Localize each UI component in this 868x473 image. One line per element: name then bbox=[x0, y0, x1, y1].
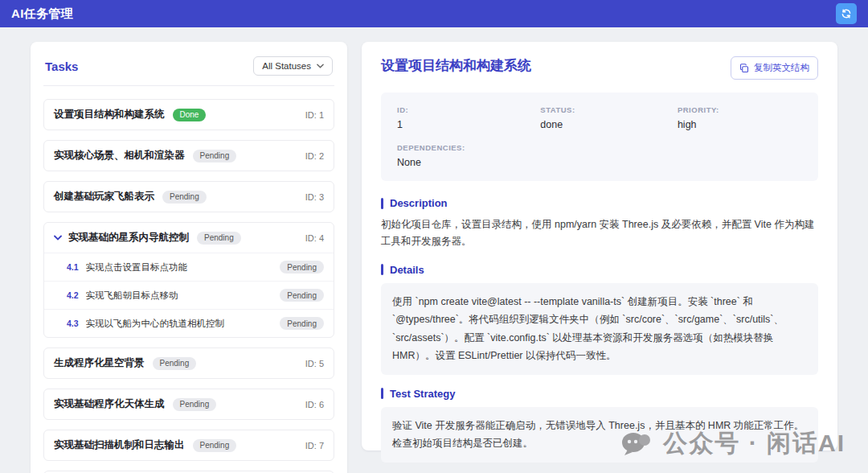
copy-icon bbox=[739, 64, 749, 73]
subtask-item-4-1[interactable]: 4.1 实现点击设置目标点功能 Pending bbox=[44, 253, 334, 281]
task-title: 创建基础玩家飞船表示 bbox=[54, 190, 154, 204]
task-title: 实现核心场景、相机和渲染器 bbox=[54, 149, 185, 162]
task-title: 实现基础扫描机制和日志输出 bbox=[54, 438, 185, 452]
subtask-item-4-3[interactable]: 4.3 实现以飞船为中心的轨道相机控制 Pending bbox=[44, 309, 334, 337]
copy-button-label: 复制英文结构 bbox=[754, 62, 809, 74]
description-text: 初始化项目仓库，设置目录结构，使用 npm/yarn 安装 Three.js 及… bbox=[381, 216, 818, 251]
meta-status-value: done bbox=[540, 119, 678, 130]
status-badge: Pending bbox=[280, 317, 324, 330]
meta-dependencies-label: DEPENDENCIES: bbox=[397, 143, 802, 152]
task-item-5[interactable]: 生成程序化星空背景 Pending ID: 5 bbox=[43, 348, 334, 379]
meta-status: STATUS: done bbox=[540, 105, 678, 130]
subtask-item-4-2[interactable]: 4.2 实现飞船朝目标点移动 Pending bbox=[44, 281, 334, 309]
status-badge: Pending bbox=[280, 289, 324, 302]
status-badge: Done bbox=[173, 109, 207, 121]
test-strategy-heading: Test Strategy bbox=[381, 388, 818, 400]
meta-id: ID: 1 bbox=[397, 105, 540, 130]
subtask-number: 4.3 bbox=[67, 319, 79, 328]
status-badge: Pending bbox=[173, 398, 217, 411]
subtask-number: 4.2 bbox=[67, 290, 79, 300]
meta-priority-label: PRIORITY: bbox=[678, 105, 802, 114]
detail-title: 设置项目结构和构建系统 bbox=[381, 56, 531, 75]
meta-dependencies-value: None bbox=[397, 157, 802, 168]
task-id: ID: 7 bbox=[305, 441, 324, 450]
status-badge: Pending bbox=[280, 261, 324, 274]
task-meta-box: ID: 1 STATUS: done PRIORITY: high DEPEND… bbox=[381, 93, 818, 181]
task-item-6[interactable]: 实现基础程序化天体生成 Pending ID: 6 bbox=[43, 389, 334, 420]
status-badge: Pending bbox=[193, 439, 237, 452]
subtask-title: 实现点击设置目标点功能 bbox=[86, 261, 188, 274]
task-title: 实现基础程序化天体生成 bbox=[54, 397, 165, 411]
task-item-3[interactable]: 创建基础玩家飞船表示 Pending ID: 3 bbox=[43, 181, 334, 212]
details-heading: Details bbox=[381, 264, 818, 276]
task-id: ID: 1 bbox=[305, 110, 324, 120]
copy-english-structure-button[interactable]: 复制英文结构 bbox=[731, 56, 818, 80]
task-item-7[interactable]: 实现基础扫描机制和日志输出 Pending ID: 7 bbox=[43, 430, 334, 461]
subtask-number: 4.1 bbox=[67, 262, 79, 272]
details-text: 使用 `npm create vite@latest -- --template… bbox=[381, 283, 818, 375]
subtask-title: 实现飞船朝目标点移动 bbox=[86, 290, 178, 302]
description-heading: Description bbox=[381, 197, 818, 209]
status-badge: Pending bbox=[197, 232, 241, 245]
meta-id-value: 1 bbox=[397, 119, 540, 130]
task-detail-panel: 设置项目结构和构建系统 复制英文结构 ID: 1 STATUS: done P bbox=[362, 42, 837, 450]
app-title: AI任务管理 bbox=[11, 6, 73, 22]
task-id: ID: 5 bbox=[305, 359, 324, 368]
chevron-down-icon[interactable] bbox=[54, 235, 62, 241]
status-badge: Pending bbox=[153, 357, 197, 370]
meta-priority-value: high bbox=[678, 119, 802, 130]
subtask-title: 实现以飞船为中心的轨道相机控制 bbox=[86, 318, 225, 330]
meta-priority: PRIORITY: high bbox=[678, 105, 802, 130]
task-id: ID: 3 bbox=[305, 192, 324, 202]
task-group-4: 实现基础的星系内导航控制 Pending ID: 4 4.1 实现点击设置目标点… bbox=[43, 222, 334, 338]
task-item-4[interactable]: 实现基础的星系内导航控制 Pending ID: 4 bbox=[44, 223, 334, 253]
refresh-icon bbox=[841, 8, 852, 19]
tasks-panel: Tasks All Statuses 设置项目结构和构建系统 Done ID: … bbox=[31, 42, 347, 473]
tasks-panel-header: Tasks All Statuses bbox=[43, 53, 334, 86]
status-filter-value: All Statuses bbox=[262, 61, 311, 71]
meta-status-label: STATUS: bbox=[540, 105, 678, 114]
app-header: AI任务管理 bbox=[0, 0, 868, 27]
test-strategy-text: 验证 Vite 开发服务器能正确启动，无错误地导入 Three.js，并且基本的… bbox=[381, 407, 818, 463]
chevron-down-icon bbox=[317, 64, 324, 68]
task-title: 设置项目结构和构建系统 bbox=[54, 108, 165, 121]
refresh-button[interactable] bbox=[836, 3, 857, 24]
task-title: 生成程序化星空背景 bbox=[54, 356, 145, 370]
task-item-2[interactable]: 实现核心场景、相机和渲染器 Pending ID: 2 bbox=[43, 140, 334, 171]
status-filter-dropdown[interactable]: All Statuses bbox=[253, 56, 333, 76]
meta-id-label: ID: bbox=[397, 105, 540, 114]
main-content: Tasks All Statuses 设置项目结构和构建系统 Done ID: … bbox=[0, 27, 868, 473]
status-badge: Pending bbox=[162, 191, 207, 204]
tasks-panel-title: Tasks bbox=[45, 60, 78, 73]
status-badge: Pending bbox=[193, 150, 237, 162]
task-id: ID: 4 bbox=[305, 233, 324, 243]
meta-dependencies: DEPENDENCIES: None bbox=[397, 143, 802, 168]
detail-header: 设置项目结构和构建系统 复制英文结构 bbox=[381, 56, 818, 80]
task-title: 实现基础的星系内导航控制 bbox=[68, 231, 189, 245]
task-id: ID: 2 bbox=[305, 151, 324, 161]
task-item-1[interactable]: 设置项目结构和构建系统 Done ID: 1 bbox=[43, 99, 334, 130]
task-id: ID: 6 bbox=[305, 400, 324, 409]
